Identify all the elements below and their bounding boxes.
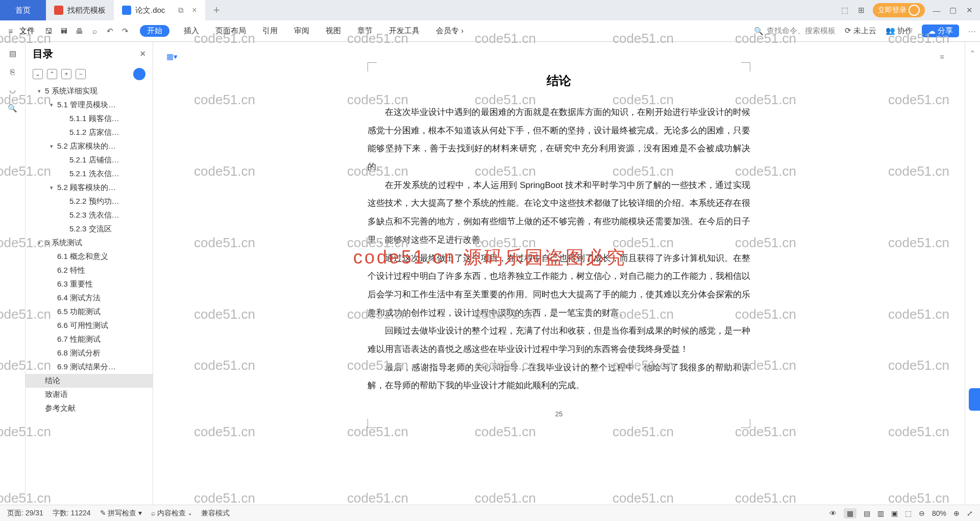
toc-item[interactable]: ▾5 系统详细实现	[26, 84, 153, 98]
bookmark-icon[interactable]: ◡	[9, 85, 16, 94]
tab-member[interactable]: 会员专 ›	[434, 25, 465, 37]
preview-icon[interactable]: ⌕	[88, 25, 101, 38]
toc-item[interactable]: 5.1.1 顾客信…	[26, 112, 153, 126]
tab-label: 论文.doc	[135, 6, 165, 15]
close-sidebar-icon[interactable]: ×	[140, 49, 145, 59]
window-controls: ⬚ ⊞ 立即登录 — ▢ ✕	[840, 3, 980, 17]
tab-start[interactable]: 开始	[140, 25, 169, 37]
sidebar-header: 目录 ×	[26, 42, 153, 66]
new-tab[interactable]: +	[205, 0, 228, 20]
cloud-status[interactable]: ⟳ 未上云	[845, 26, 876, 36]
toc-item[interactable]: 结论	[26, 374, 153, 388]
toc-item[interactable]: 致谢语	[26, 388, 153, 401]
collab-button[interactable]: 👥 协作	[886, 26, 913, 36]
tab-insert[interactable]: 插入	[182, 25, 201, 37]
page-number: 25	[368, 410, 750, 418]
minimize-icon[interactable]: —	[932, 6, 941, 15]
doc-paragraph: 最后，感谢指导老师的关心和指导，在我毕业设计的整个过程中，他给与了我很多的帮助和…	[368, 359, 750, 395]
view-focus-icon[interactable]: ⬚	[905, 509, 912, 517]
page-indicator[interactable]: 页面: 29/31	[7, 509, 43, 518]
tab-view[interactable]: 视图	[324, 25, 343, 37]
toc-item[interactable]: 6.2 特性	[26, 264, 153, 277]
tab-label: 找稻壳模板	[67, 6, 106, 15]
tab-home[interactable]: 首页	[0, 0, 46, 20]
login-button[interactable]: 立即登录	[873, 3, 925, 17]
content-check-button[interactable]: ⌕ 内容检查 ▾	[151, 509, 192, 518]
toc-item[interactable]: 6.4 测试方法	[26, 291, 153, 305]
word-count[interactable]: 字数: 11224	[53, 509, 91, 518]
scroll-up-icon[interactable]: ⌃	[969, 49, 976, 58]
tab-template[interactable]: 找稻壳模板	[46, 0, 114, 20]
search-box[interactable]: 🔍 查找命令、搜索模板	[754, 26, 836, 36]
undo-icon[interactable]: ↶	[103, 25, 116, 38]
bookmark-rail-icon[interactable]: ⎘	[10, 67, 15, 76]
layout-icon[interactable]: ⬚	[840, 6, 849, 15]
tab-doc[interactable]: 论文.doc ⧉ ×	[114, 0, 205, 20]
toc-item[interactable]: 6.3 重要性	[26, 277, 153, 291]
hamburger-icon[interactable]: ≡	[4, 25, 17, 38]
collapse-all-icon[interactable]: ⌄	[33, 69, 43, 79]
share-button[interactable]: ☁ 分享	[922, 25, 959, 37]
ai-bubble-icon[interactable]	[133, 68, 145, 80]
toc-item[interactable]: ▾5.2 顾客模块的…	[26, 181, 153, 195]
search-rail-icon[interactable]: 🔍	[8, 104, 17, 113]
side-flyout-tab[interactable]	[969, 388, 980, 411]
left-rail: ▤ ⎘ ◡ 🔍	[0, 42, 26, 505]
toc-item[interactable]: 5.2.2 预约功…	[26, 195, 153, 208]
document-area[interactable]: ▦▾ ≡ 结论 在这次毕业设计中遇到的最困难的方面就是在数据库方面的知识，在刚开…	[153, 42, 965, 505]
tab-review[interactable]: 审阅	[292, 25, 311, 37]
expand-all-icon[interactable]: ⌃	[47, 69, 57, 79]
toc-item[interactable]: 5.2.1 洗衣信…	[26, 167, 153, 181]
add-icon[interactable]: +	[61, 69, 71, 79]
crop-mark	[368, 62, 377, 72]
toc-item[interactable]: 6.5 功能测试	[26, 305, 153, 319]
toc-item[interactable]: 5.2.3 洗衣信…	[26, 208, 153, 222]
zoom-level[interactable]: 80%	[932, 509, 946, 517]
toc-item[interactable]: 5.1.2 店家信…	[26, 126, 153, 139]
crop-mark	[741, 62, 750, 72]
eye-icon[interactable]: 👁	[829, 509, 837, 517]
view-outline-icon[interactable]: ▤	[864, 509, 870, 517]
close-window-icon[interactable]: ✕	[965, 6, 974, 15]
fit-icon[interactable]: ⤢	[967, 509, 973, 517]
close-icon[interactable]: ×	[192, 6, 197, 15]
tab-dev[interactable]: 开发工具	[387, 25, 422, 37]
compat-mode[interactable]: 兼容模式	[201, 509, 230, 518]
remove-icon[interactable]: −	[76, 69, 86, 79]
toc-item[interactable]: 5.2.3 交流区	[26, 222, 153, 236]
view-web-icon[interactable]: ▥	[877, 509, 884, 517]
save-icon[interactable]: 🖫	[42, 25, 55, 38]
toc-item[interactable]: ▾6 系统测试	[26, 236, 153, 250]
view-read-icon[interactable]: ▣	[891, 509, 898, 517]
toc-item[interactable]: 6.8 测试分析	[26, 346, 153, 360]
zoom-out-icon[interactable]: ⊖	[919, 509, 925, 517]
file-menu[interactable]: 文件	[19, 26, 35, 36]
doc-title: 结论	[368, 73, 750, 89]
page-tool-icon[interactable]: ▦▾	[166, 52, 178, 61]
spellcheck-button[interactable]: ✎ 拼写检查 ▾	[100, 509, 142, 518]
toc-item[interactable]: ▾5.2 店家模块的…	[26, 139, 153, 153]
toc-item[interactable]: 6.6 可用性测试	[26, 319, 153, 333]
redo-icon[interactable]: ↷	[118, 25, 132, 38]
toc-item[interactable]: 参考文献	[26, 401, 153, 415]
zoom-in-icon[interactable]: ⊕	[953, 509, 960, 517]
more-icon[interactable]: ⋯	[968, 27, 976, 36]
saveas-icon[interactable]: 🖬	[57, 25, 70, 38]
toc-sidebar: 目录 × ⌄ ⌃ + − ▾5 系统详细实现▾5.1 管理员模块…5.1.1 顾…	[26, 42, 153, 505]
apps-icon[interactable]: ⊞	[856, 6, 866, 15]
page-settings-icon[interactable]: ≡	[940, 52, 944, 61]
window-mode-icon[interactable]: ⧉	[178, 6, 184, 15]
maximize-icon[interactable]: ▢	[948, 6, 958, 15]
doc-paragraph: 在开发系统的过程中，本人运用到 SpringBoot 技术和平时学习中所了解的一…	[368, 176, 750, 249]
toc-item[interactable]: ▾5.1 管理员模块…	[26, 98, 153, 112]
tab-ref[interactable]: 引用	[260, 25, 280, 37]
toc-item[interactable]: 6.9 测试结果分…	[26, 360, 153, 374]
print-icon[interactable]: 🖶	[72, 25, 86, 38]
tab-chapter[interactable]: 章节	[355, 25, 375, 37]
toc-item[interactable]: 6.7 性能测试	[26, 333, 153, 346]
toc-item[interactable]: 6.1 概念和意义	[26, 250, 153, 264]
outline-icon[interactable]: ▤	[9, 49, 16, 58]
view-page-icon[interactable]: ▦	[844, 508, 856, 518]
tab-layout[interactable]: 页面布局	[213, 25, 248, 37]
toc-item[interactable]: 5.2.1 店铺信…	[26, 153, 153, 167]
